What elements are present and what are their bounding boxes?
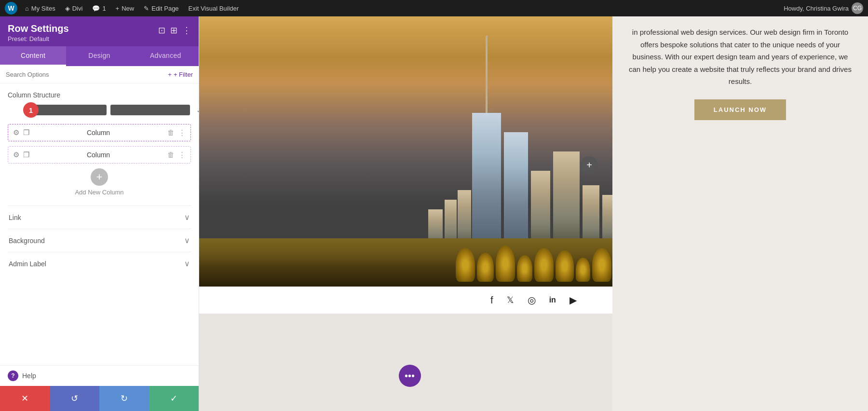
filter-label: + Filter (174, 71, 193, 78)
exit-builder-btn[interactable]: Exit Visual Builder (185, 0, 243, 16)
panel-body: Column Structure 1 ⌄ ⚙ ❐ Column 🗑 (0, 83, 199, 365)
tree-7 (576, 258, 590, 282)
column-count-badge: 1 (23, 102, 39, 118)
col-row-2-icons: ⚙ ❐ (13, 151, 29, 159)
panel-tabs: Content Design Advanced (0, 46, 199, 66)
comments-menu[interactable]: 💬 1 (88, 0, 109, 16)
col-copy-icon-2[interactable]: ❐ (23, 151, 29, 159)
divi-menu[interactable]: ◈ Divi (61, 0, 87, 16)
avatar[interactable]: CG (852, 2, 863, 14)
exit-builder-label: Exit Visual Builder (189, 5, 239, 12)
col-delete-icon-2[interactable]: 🗑 (167, 151, 175, 159)
add-column-button[interactable]: + (91, 168, 108, 186)
comments-count: 1 (102, 5, 106, 12)
main-tower (472, 113, 501, 248)
background-accordion-header[interactable]: Background ∨ (8, 236, 191, 245)
background-chevron-icon: ∨ (184, 236, 190, 245)
panel-title: Row Settings (8, 23, 69, 34)
col-row-1-icons: ⚙ ❐ (13, 128, 29, 137)
columns-icon[interactable]: ⊞ (170, 25, 177, 36)
user-greeting: Howdy, Christina Gwira (784, 5, 849, 12)
col-settings-icon-2[interactable]: ⚙ (13, 151, 19, 159)
preview-body-text: in professional web design services. Our… (627, 26, 854, 88)
panel-header-icons: ⊡ ⊞ ⋮ (158, 25, 191, 36)
column-option-1[interactable] (27, 105, 107, 115)
instagram-icon[interactable]: ◎ (528, 294, 536, 306)
right-area: f 𝕏 ◎ in ▶ in professional web design se… (199, 16, 868, 411)
three-dots-icon: ••• (405, 370, 415, 382)
add-col-plus-icon: + (96, 171, 103, 183)
col-more-icon-2[interactable]: ⋮ (178, 151, 186, 159)
expand-icon[interactable]: ⊡ (158, 25, 165, 36)
youtube-icon[interactable]: ▶ (570, 294, 577, 306)
help-icon[interactable]: ? (8, 370, 18, 381)
more-vert-icon[interactable]: ⋮ (182, 25, 191, 36)
my-sites-label: My Sites (31, 5, 55, 12)
link-accordion-header[interactable]: Link ∨ (8, 213, 191, 222)
admin-label-accordion: Admin Label ∨ (8, 252, 191, 275)
add-column-area: + Add New Column (8, 168, 191, 196)
undo-icon: ↺ (71, 393, 78, 404)
tree-5 (534, 248, 554, 282)
preview-layout: f 𝕏 ◎ in ▶ in professional web design se… (199, 16, 868, 411)
redo-button[interactable]: ↻ (99, 386, 149, 411)
save-button[interactable]: ✓ (149, 386, 199, 411)
filter-button[interactable]: + + Filter (168, 71, 193, 78)
divi-icon: ◈ (65, 5, 70, 12)
new-label: New (122, 5, 134, 12)
admin-label-accordion-header[interactable]: Admin Label ∨ (8, 259, 191, 268)
tree-6 (556, 250, 574, 282)
three-dots-menu[interactable]: ••• (399, 365, 421, 387)
help-label: Help (22, 372, 36, 380)
linkedin-icon[interactable]: in (549, 296, 556, 304)
tree-4 (517, 255, 532, 282)
undo-button[interactable]: ↺ (50, 386, 99, 411)
tree-1 (456, 248, 475, 282)
tab-advanced[interactable]: Advanced (133, 46, 199, 66)
search-input[interactable] (6, 71, 164, 78)
admin-label-chevron-icon: ∨ (184, 259, 190, 268)
right-text-panel: in professional web design services. Our… (612, 16, 868, 411)
edit-icon: ✎ (144, 5, 149, 12)
home-icon: ⌂ (25, 5, 29, 12)
wp-logo[interactable]: W (5, 2, 17, 14)
tree-8 (592, 248, 611, 282)
col-settings-icon-1[interactable]: ⚙ (13, 128, 19, 137)
column-arrow-icon[interactable]: ⌄ (196, 105, 199, 115)
facebook-icon[interactable]: f (490, 295, 493, 306)
building-6 (553, 151, 580, 248)
admin-bar-right: Howdy, Christina Gwira CG (784, 2, 863, 14)
col-delete-icon-1[interactable]: 🗑 (167, 128, 175, 137)
link-chevron-icon: ∨ (184, 213, 190, 222)
tree-2 (477, 253, 494, 282)
edit-page-label: Edit Page (151, 5, 178, 12)
col-row-2-actions: 🗑 ⋮ (167, 151, 186, 159)
divi-label: Divi (72, 5, 83, 12)
background-title: Background (9, 237, 45, 245)
link-title: Link (9, 214, 21, 221)
edit-page-btn[interactable]: ✎ Edit Page (140, 0, 182, 16)
panel-header: Row Settings Preset: Default ⊡ ⊞ ⋮ (0, 16, 199, 46)
save-icon: ✓ (170, 393, 177, 404)
panel-footer: ✕ ↺ ↻ ✓ (0, 386, 199, 411)
tree-3 (496, 246, 515, 282)
tab-content[interactable]: Content (0, 46, 66, 66)
col-copy-icon-1[interactable]: ❐ (23, 128, 29, 137)
column-structure-selector-row: 1 ⌄ (8, 105, 191, 115)
launch-now-button[interactable]: LAUNCH NOW (694, 99, 786, 120)
add-column-label: Add New Column (75, 189, 123, 196)
col-more-icon-1[interactable]: ⋮ (178, 128, 186, 137)
search-bar: + + Filter (0, 66, 199, 83)
new-menu[interactable]: + New (112, 0, 138, 16)
add-section-button[interactable]: + (581, 156, 598, 174)
tab-design[interactable]: Design (66, 46, 132, 66)
comments-icon: 💬 (92, 5, 100, 12)
main-area: Row Settings Preset: Default ⊡ ⊞ ⋮ Conte… (0, 16, 868, 411)
my-sites-menu[interactable]: ⌂ My Sites (21, 0, 59, 16)
column-option-2[interactable] (110, 105, 190, 115)
col-row-2-label: Column (29, 151, 167, 159)
cancel-button[interactable]: ✕ (0, 386, 50, 411)
link-accordion: Link ∨ (8, 206, 191, 229)
left-panel: Row Settings Preset: Default ⊡ ⊞ ⋮ Conte… (0, 16, 199, 411)
twitter-icon[interactable]: 𝕏 (507, 295, 514, 305)
